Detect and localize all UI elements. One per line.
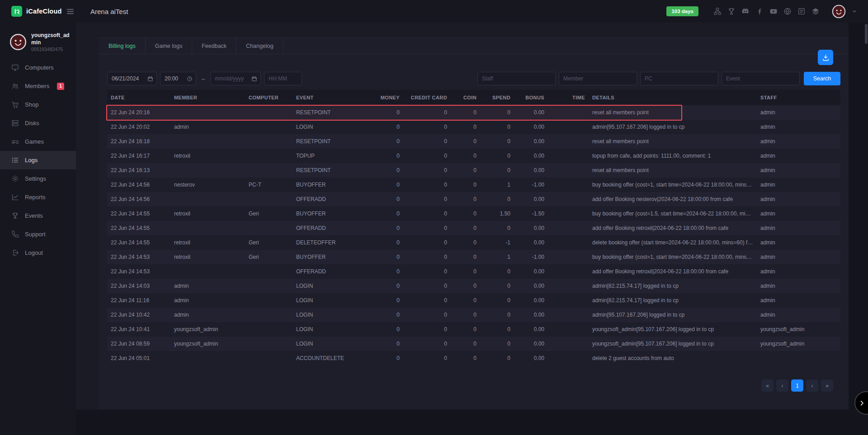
youtube-icon[interactable] (769, 7, 778, 15)
event-filter-field (722, 72, 800, 85)
sidebar-item-reports[interactable]: Reports (0, 188, 76, 206)
table-row: 22 Jun 24 11:16adminLOGIN00000.00admin[8… (107, 293, 840, 308)
cell-details: admin[82.215.74.17] logged in to cp (589, 279, 757, 293)
sidebar-item-members[interactable]: Members1 (0, 77, 76, 95)
cell-member (170, 351, 245, 365)
col-staff: STAFF (757, 90, 840, 105)
cell-coin: 0 (451, 235, 480, 250)
cell-time (548, 337, 589, 351)
time-to-input[interactable] (264, 75, 302, 82)
layers-icon[interactable] (811, 7, 820, 15)
tab-changelog[interactable]: Changelog (236, 38, 283, 54)
prev-page-button[interactable]: ‹ (776, 379, 788, 392)
sidebar-item-computers[interactable]: Computers (0, 58, 76, 77)
cell-staff: admin (757, 250, 840, 264)
first-page-button[interactable]: « (761, 379, 774, 392)
sidebar-item-support[interactable]: Support (0, 225, 76, 243)
cell-coin: 0 (451, 308, 480, 322)
user-avatar[interactable] (832, 5, 846, 19)
next-page-button[interactable]: › (806, 379, 818, 392)
cell-member: admin (170, 120, 245, 134)
cell-date: 22 Jun 24 16:18 (107, 134, 170, 149)
sidebar-user-name: youngzsoft_admin (31, 32, 71, 46)
cell-date: 22 Jun 24 14:55 (107, 206, 170, 221)
cell-event: RESETPOINT (292, 163, 372, 178)
topbar-icon-group (713, 7, 820, 15)
discord-icon[interactable] (741, 7, 750, 15)
cell-money: 0 (372, 206, 403, 221)
sidebar-user: youngzsoft_admin 005193482475 (0, 23, 76, 52)
cell-computer (245, 264, 292, 279)
cell-member (170, 264, 245, 279)
tab-feedback[interactable]: Feedback (192, 38, 236, 54)
tab-billing-logs[interactable]: Billing logs (99, 38, 146, 54)
cell-time (548, 264, 589, 279)
cell-bonus: -1.50 (514, 206, 548, 221)
calendar-icon[interactable] (251, 76, 257, 82)
table-row: 22 Jun 24 05:01ACCOUNTDELETE00000.00dele… (107, 351, 840, 365)
cell-credit-card: 0 (403, 105, 451, 120)
last-page-button[interactable]: » (821, 379, 833, 392)
sidebar-item-disks[interactable]: Disks (0, 114, 76, 132)
cell-staff: admin (757, 206, 840, 221)
cell-bonus: 0.00 (514, 120, 548, 134)
page-1-button[interactable]: 1 (791, 379, 803, 392)
scrollbar-thumb[interactable] (865, 24, 868, 44)
sitemap-icon[interactable] (713, 7, 722, 15)
pc-filter-input[interactable] (641, 75, 718, 82)
cell-credit-card: 0 (403, 250, 451, 264)
cell-money: 0 (372, 149, 403, 163)
cell-staff: admin (757, 163, 840, 178)
cell-bonus: 0.00 (514, 279, 548, 293)
cell-staff: admin (757, 192, 840, 206)
chevron-down-icon[interactable] (852, 9, 857, 14)
sidebar-item-events[interactable]: Events (0, 206, 76, 225)
globe-icon[interactable] (783, 7, 792, 15)
cell-member: admin (170, 308, 245, 322)
cell-credit-card: 0 (403, 178, 451, 192)
clock-icon[interactable] (187, 76, 193, 82)
cell-computer (245, 149, 292, 163)
staff-filter-input[interactable] (478, 75, 555, 82)
main-area: Billing logsGame logsFeedbackChangelog – (76, 23, 849, 410)
sidebar-item-logs[interactable]: Logs (0, 151, 76, 169)
tab-game-logs[interactable]: Game logs (146, 38, 192, 54)
license-days-badge[interactable]: 103 days (666, 6, 698, 16)
cell-spend: 0 (480, 279, 514, 293)
time-from-field (160, 72, 196, 85)
cell-coin: 0 (451, 322, 480, 337)
cell-money: 0 (372, 308, 403, 322)
table-row: 22 Jun 24 14:55retroxilGeriBUYOFFER0001.… (107, 206, 840, 221)
cell-date: 22 Jun 24 10:41 (107, 322, 170, 337)
cell-spend: 0 (480, 322, 514, 337)
date-from-field (107, 72, 157, 85)
logout-icon (11, 249, 19, 257)
download-button[interactable] (818, 50, 833, 65)
invoice-icon[interactable] (797, 7, 806, 15)
cell-credit-card: 0 (403, 134, 451, 149)
cell-staff: admin (757, 221, 840, 235)
sidebar-avatar[interactable] (9, 33, 27, 51)
cell-member (170, 163, 245, 178)
sidebar-item-shop[interactable]: Shop (0, 95, 76, 114)
facebook-icon[interactable] (755, 7, 764, 15)
cell-credit-card: 0 (403, 235, 451, 250)
sidebar-item-games[interactable]: Games (0, 132, 76, 151)
menu-toggle-icon[interactable] (66, 7, 75, 16)
event-filter-input[interactable] (722, 75, 799, 82)
search-button[interactable]: Search (804, 72, 840, 85)
member-filter-input[interactable] (559, 75, 637, 82)
cell-spend: 1 (480, 250, 514, 264)
sidebar-item-logout[interactable]: Logout (0, 243, 76, 262)
cell-details: delete booking offer (start time=2024-06… (589, 235, 757, 250)
cell-event: LOGIN (292, 279, 372, 293)
cell-member (170, 134, 245, 149)
cell-computer (245, 163, 292, 178)
calendar-icon[interactable] (147, 76, 153, 82)
trophy-icon[interactable] (727, 7, 736, 15)
topbar: iCafeCloud Arena aiTest 103 days (0, 0, 868, 23)
cell-details: buy booking offer (cost=1, start time=20… (589, 250, 757, 264)
sidebar-item-settings[interactable]: Settings (0, 169, 76, 188)
cell-computer (245, 322, 292, 337)
chat-widget-button[interactable] (855, 392, 868, 414)
